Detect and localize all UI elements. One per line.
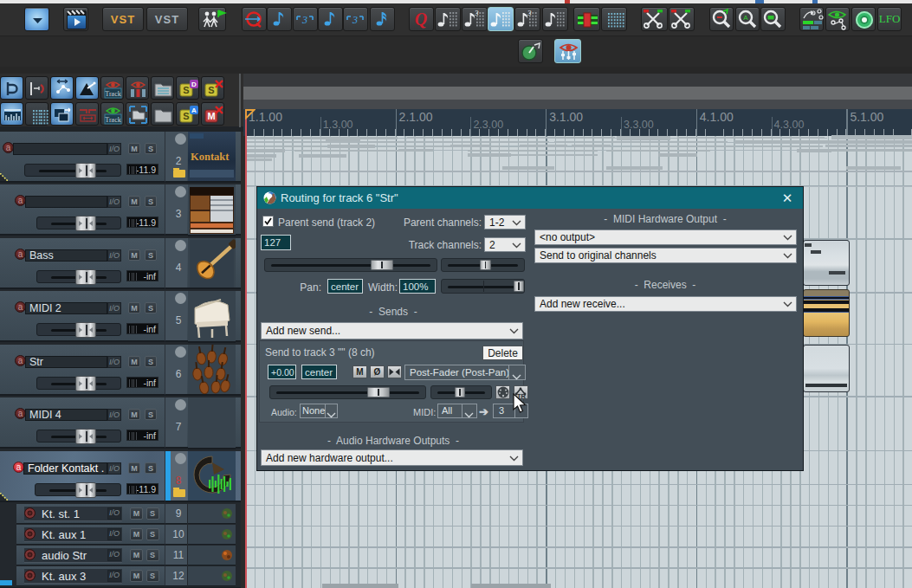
svg-text:3: 3 xyxy=(352,14,358,26)
svg-text:A: A xyxy=(191,107,197,114)
svg-text:S: S xyxy=(183,85,189,95)
svg-text:M: M xyxy=(207,111,215,121)
svg-text:Track: Track xyxy=(105,90,120,98)
svg-text:A: A xyxy=(743,14,748,22)
svg-text:S: S xyxy=(183,111,189,121)
svg-text:S: S xyxy=(208,85,214,95)
svg-text:3: 3 xyxy=(527,9,532,17)
svg-text:3: 3 xyxy=(474,9,479,17)
svg-text:3: 3 xyxy=(301,14,307,26)
svg-text:Q: Q xyxy=(415,10,427,29)
svg-text:Track: Track xyxy=(105,115,120,123)
svg-text:D: D xyxy=(191,81,197,88)
